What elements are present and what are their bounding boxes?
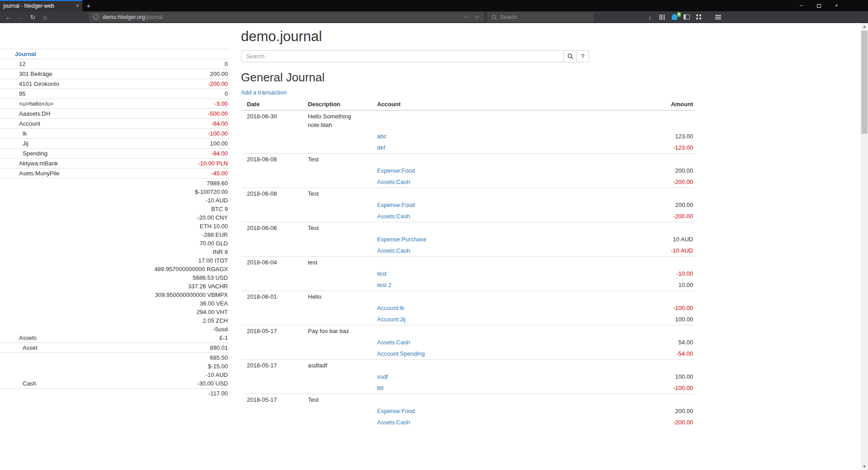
account-balance-cell: -117.00 <box>103 389 229 399</box>
posting-account-link[interactable]: Account:lk <box>377 305 404 311</box>
search-help-button[interactable]: ? <box>577 50 589 62</box>
balance-amount: 7989.60 <box>103 179 228 188</box>
home-button[interactable]: ⌂ <box>39 12 51 22</box>
balance-amount: 100.00 <box>103 139 228 148</box>
sidebar-account-link[interactable]: Cash <box>23 380 36 387</box>
posting-account-link[interactable]: def <box>377 144 385 151</box>
account-balance-cell: -200.00 <box>103 79 229 89</box>
page-scrollbar[interactable]: ▲ ▼ <box>861 23 868 470</box>
search-icon <box>491 14 497 20</box>
reload-button[interactable]: ↻ <box>27 12 39 22</box>
journal-search-button[interactable] <box>564 50 577 62</box>
posting-account-link[interactable]: Expense:Purchase <box>377 236 426 243</box>
bookmark-star-icon[interactable]: ☆ <box>474 14 480 20</box>
sidebar-account-link[interactable]: 4101 Girokonto <box>19 80 59 87</box>
page-actions-icon[interactable]: ⋯ <box>463 14 469 20</box>
posting-account-cell: Expense:Food <box>371 165 613 176</box>
browser-tab[interactable]: journal - hledger-web × <box>0 0 82 11</box>
balance-amount: BTC 9 <box>103 205 228 213</box>
sidebar-account-row: Cash685.50$-15.00-10 AUD-30.00 USD <box>0 353 229 389</box>
posting-account-link[interactable]: Assets:Cash <box>377 247 410 254</box>
posting-account-link[interactable]: Account:Jij <box>377 316 406 323</box>
sidebar-account-link[interactable]: Account <box>19 120 40 127</box>
sidebar-account-link[interactable]: Jij <box>23 140 28 147</box>
url-bar[interactable]: i demo.hledger.org/journal ⋯ ☆ <box>89 12 484 22</box>
posting-account-cell: Account:Spending <box>371 348 613 360</box>
url-host: demo.hledger.org <box>103 14 145 20</box>
sidebar-account-row: Jij100.00 <box>0 139 229 149</box>
posting-account-link[interactable]: Expense:Food <box>377 202 415 208</box>
posting-account-link[interactable]: test <box>377 270 387 277</box>
browser-search-field[interactable]: Search <box>487 12 594 22</box>
posting-account-link[interactable]: Expense:Food <box>377 408 415 414</box>
posting-account-cell: Account:Jij <box>371 314 613 325</box>
transaction-row: 2018-05-17Test <box>241 394 695 406</box>
sidebar-account-link[interactable]: Spending <box>23 150 47 157</box>
account-balance-cell: -45.00 <box>103 169 229 179</box>
posting-account-link[interactable]: Account:Spending <box>377 350 425 357</box>
posting-account-link[interactable]: test 2 <box>377 282 392 288</box>
back-button[interactable]: ← <box>2 12 14 22</box>
transaction-date: 2018-06-06 <box>241 222 302 234</box>
posting-account-link[interactable]: tttt <box>377 385 383 391</box>
download-icon[interactable]: ↓ <box>644 12 656 22</box>
apps-grid-icon[interactable] <box>693 12 705 22</box>
transaction-description: Test <box>302 188 371 200</box>
site-info-icon[interactable]: i <box>93 14 99 20</box>
balance-amount: -94.00 <box>103 149 228 158</box>
transaction-description: test <box>302 257 371 268</box>
tab-close-icon[interactable]: × <box>75 3 79 9</box>
sidebar-account-link[interactable]: Aktywa:mBank <box>19 160 58 167</box>
sidebar-account-link[interactable]: Asets:MunyPile <box>19 170 60 177</box>
sidebar-account-link[interactable]: 301 Beiträge <box>19 70 52 77</box>
sidebar-account-row: Aaasets:DH-500.00 <box>0 109 229 119</box>
add-transaction-link[interactable]: Add a transaction <box>241 89 287 96</box>
close-button[interactable]: × <box>828 0 845 11</box>
balance-amount: -45.00 <box>103 169 228 178</box>
posting-account-link[interactable]: Assets:Cash <box>377 179 410 185</box>
sidebar-account-link[interactable]: lk <box>23 130 27 137</box>
minimize-button[interactable]: ─ <box>793 0 810 11</box>
new-tab-button[interactable]: + <box>82 0 95 11</box>
balance-amount: -20.00 CNY <box>103 213 228 222</box>
transaction-description: Hello Something note:blah <box>302 110 371 131</box>
maximize-button[interactable] <box>810 0 828 11</box>
posting-account-link[interactable]: abc <box>377 133 387 140</box>
sidebar-account-link[interactable]: Assets <box>19 334 37 341</box>
sidebar-account-link[interactable]: <u>hello</u> <box>19 100 53 107</box>
transaction-description: Test <box>302 222 371 234</box>
posting-account-cell: Assets:Cash <box>371 176 613 188</box>
sidebar-account-link[interactable]: 95 <box>19 90 25 97</box>
sidebar-account-row: Asset890.01 <box>0 343 229 353</box>
sidebar-account-link[interactable]: Aaasets:DH <box>19 110 50 117</box>
forward-button[interactable]: → <box>14 12 27 22</box>
sidebar-account-link[interactable]: Asset <box>23 344 38 351</box>
posting-account-link[interactable]: Assets:Cash <box>377 213 410 220</box>
posting-account-link[interactable]: Assets:Cash <box>377 419 410 426</box>
sidebar-toggle-icon[interactable] <box>680 12 693 22</box>
posting-account-link[interactable]: ssdf <box>377 373 388 380</box>
sidebar-account-row: Aktywa:mBank-10.00 PLN <box>0 159 229 169</box>
scroll-down-icon[interactable]: ▼ <box>861 465 868 469</box>
posting-account-link[interactable]: Expense:Food <box>377 167 415 174</box>
transaction-date: 2018-05-17 <box>241 360 302 371</box>
sidebar-account-link[interactable]: 12 <box>19 61 25 67</box>
library-icon[interactable] <box>656 12 668 22</box>
posting-account-cell: Expense:Food <box>371 199 613 211</box>
sidebar-journal-row: Journal <box>0 49 229 59</box>
account-balance-cell: -94.00 <box>103 149 229 159</box>
page-content: Journal 120301 Beiträge200.004101 Giroko… <box>0 23 868 470</box>
scrollbar-thumb[interactable] <box>861 31 868 134</box>
menu-icon[interactable] <box>712 12 724 22</box>
sidebar-account-row: Assets7989.60$-100720.00-10 AUDBTC 9-20.… <box>0 179 229 343</box>
window-controls: ─ × <box>793 0 845 11</box>
ghostery-icon[interactable]: 0 <box>668 12 680 22</box>
posting-account-link[interactable]: Assets:Cash <box>377 339 410 346</box>
journal-main: demo.journal ? General Journal Add a tra… <box>241 23 695 428</box>
journal-search-input[interactable] <box>241 50 564 62</box>
transaction-description: Hello <box>302 291 371 303</box>
scroll-up-icon[interactable]: ▲ <box>861 24 868 28</box>
journal-link[interactable]: Journal <box>15 51 36 57</box>
browser-toolbar: ← → ↻ ⌂ i demo.hledger.org/journal ⋯ ☆ S… <box>0 11 868 23</box>
transaction-row: 2018-06-08Test <box>241 188 695 200</box>
